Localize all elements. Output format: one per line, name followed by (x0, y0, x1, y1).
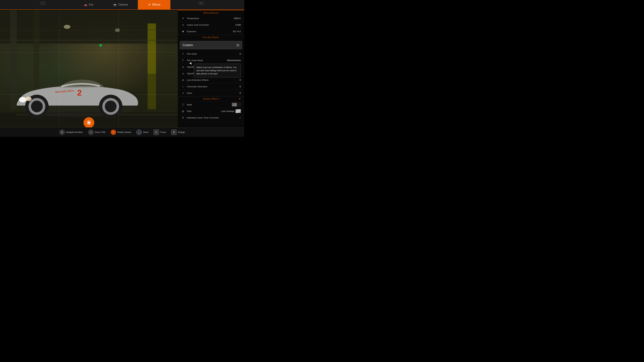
glare-label: Glare (187, 92, 240, 94)
enlarge-label: Enlarge (178, 131, 185, 133)
preset-grid-icon: ⊞ (236, 43, 239, 47)
film-grain-label: Film Grain (187, 53, 240, 55)
temperature-label: Temperature (187, 17, 234, 19)
mask-label: Mask (187, 103, 230, 106)
vignetting-size-icon (181, 71, 185, 75)
action-shoot-bottom: △ Shoot (136, 130, 148, 135)
film-grain-mode-value: Monochrome (227, 59, 241, 62)
glare-icon (181, 91, 185, 95)
zoom-btn-icon: ⊙ (88, 130, 94, 135)
exposure-label: Exposure (187, 30, 233, 33)
individual-colour-row[interactable]: Individual Colour Tone Correction » (178, 114, 244, 121)
film-grain-value: 0 (240, 52, 241, 55)
film-grain-mode-row[interactable]: Film Grain Mode Monochrome (178, 57, 244, 64)
film-grain-mode-icon (181, 58, 185, 62)
zoom-label: Zoom / Roll (95, 131, 105, 133)
shoot-btn-icon: △ (136, 130, 142, 135)
lens-distortion-row[interactable]: Lens Distortion Effects 0 (178, 77, 244, 83)
svg-point-16 (31, 100, 43, 112)
svg-point-19 (105, 100, 116, 112)
action-focus: ⊡ Focus (154, 130, 166, 135)
shoot-circle-icon (84, 117, 94, 128)
chromatic-aberration-icon (181, 85, 185, 88)
film-grain-mode-label: Film Grain Mode (187, 59, 227, 62)
enlarge-btn-icon: ⊞ (171, 130, 176, 135)
focus-btn-icon: ⊡ (154, 130, 159, 135)
svg-point-23 (26, 97, 32, 101)
right-panel: White Balance Temperature 6500 K Colour … (178, 10, 244, 137)
rotate-btn-icon: R (111, 130, 116, 135)
temperature-row[interactable]: Temperature 6500 K (178, 15, 244, 22)
shoot-bottom-label: Shoot (143, 131, 148, 133)
filter-value: Low Contrast (221, 110, 234, 112)
action-rotate: R Rotate Camera (111, 130, 131, 135)
svg-text:2: 2 (77, 88, 82, 97)
screen-effect-header: Screen Effect 1 ▼ (178, 96, 244, 101)
tab-effects-label: Effects (152, 3, 160, 6)
individual-colour-expand-icon: » (239, 116, 241, 119)
navigate-label: Navigate the Menu (66, 131, 83, 133)
viewport: 2 Mercedes-Benz Captured on PS5 Shoot (0, 10, 178, 137)
exposure-row[interactable]: Exposure EV +0.2 (178, 28, 244, 35)
bottom-bar: ✣ Navigate the Menu ⊙ Zoom / Roll R Rota… (0, 127, 244, 137)
temperature-icon (181, 16, 185, 20)
colour-cast-icon (181, 23, 185, 27)
cursor-pointer: ➤ (189, 61, 192, 65)
filter-label: Filter (187, 110, 221, 112)
mask-expand-icon: ⤢ (238, 103, 241, 106)
rotate-label: Rotate Camera (118, 131, 131, 133)
tab-effects[interactable]: ☀ Effects (138, 0, 170, 9)
preset-current-value: Custom (183, 43, 193, 47)
car-icon (84, 3, 87, 6)
glare-value: 0 (240, 92, 241, 94)
temperature-value: 6500 K (234, 17, 241, 19)
screen-effect-title: Screen Effect 1 (184, 98, 238, 100)
mask-thumbnail (232, 103, 237, 106)
svg-point-25 (88, 121, 90, 124)
tab-camera-label: Camera (118, 3, 128, 6)
film-grain-icon (181, 52, 185, 56)
mask-icon (181, 103, 185, 106)
colour-cast-row[interactable]: Colour Cast Correction 0.000 (178, 22, 244, 28)
colour-cast-label: Colour Cast Correction (187, 24, 235, 26)
exposure-value: EV +0.2 (233, 30, 241, 33)
lens-distortion-icon (181, 78, 185, 82)
focus-label: Focus (160, 131, 166, 133)
tooltip-text: Select a pre-set combination of effects.… (196, 66, 237, 75)
camera-icon (113, 3, 116, 6)
lens-distortion-label: Lens Distortion Effects (187, 79, 240, 81)
action-zoom: ⊙ Zoom / Roll (88, 130, 105, 135)
tooltip-box: Select a pre-set combination of effects.… (194, 64, 241, 77)
lens-distortion-value: 0 (240, 79, 241, 81)
colour-cast-value: 0.000 (235, 24, 241, 26)
pre-set-section-title: Pre-Set Effects (178, 35, 244, 39)
action-enlarge: ⊞ Enlarge (171, 130, 185, 135)
navigate-btn-icon: ✣ (59, 130, 65, 135)
mask-row[interactable]: Mask ⤢ (178, 101, 244, 108)
chromatic-aberration-row[interactable]: Chromatic Aberration 0 (178, 83, 244, 90)
bumper-r1[interactable]: R1 (198, 2, 204, 5)
vignetting-strength-icon (181, 65, 185, 69)
filter-icon (181, 109, 185, 113)
preset-selector[interactable]: Custom ⊞ (180, 41, 242, 49)
tab-car-label: Car (89, 3, 93, 6)
glare-row[interactable]: Glare 0 (178, 90, 244, 96)
individual-colour-label: Individual Colour Tone Correction (187, 116, 239, 119)
filter-thumbnail (236, 109, 241, 113)
white-balance-section-title: White Balance (178, 10, 244, 15)
individual-colour-icon (181, 116, 185, 119)
chromatic-aberration-value: 0 (240, 85, 241, 88)
tab-car[interactable]: Car (74, 0, 103, 9)
exposure-icon (181, 29, 185, 33)
action-navigate: ✣ Navigate the Menu (59, 130, 83, 135)
chromatic-aberration-label: Chromatic Aberration (187, 85, 240, 88)
bumper-l1[interactable]: L1 (40, 2, 45, 5)
effects-sun-icon: ☀ (148, 3, 150, 6)
svg-point-22 (19, 97, 26, 102)
tab-camera[interactable]: Camera (103, 0, 138, 9)
film-grain-row[interactable]: Film Grain 0 (178, 51, 244, 57)
screen-effect-arrow: ▼ (238, 97, 241, 100)
top-navigation: L1 Car Camera ☀ Effects R1 (0, 0, 244, 10)
filter-row[interactable]: Filter Low Contrast (178, 108, 244, 114)
